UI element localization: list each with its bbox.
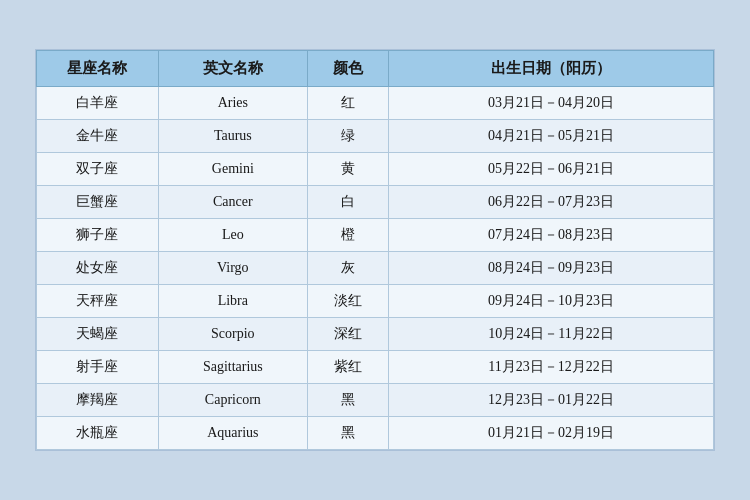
table-row: 射手座Sagittarius紫红11月23日－12月22日 <box>37 351 714 384</box>
cell-color: 绿 <box>307 120 388 153</box>
cell-color: 白 <box>307 186 388 219</box>
cell-color: 黑 <box>307 384 388 417</box>
cell-date: 07月24日－08月23日 <box>389 219 714 252</box>
cell-en: Taurus <box>158 120 307 153</box>
cell-en: Aquarius <box>158 417 307 450</box>
table-row: 摩羯座Capricorn黑12月23日－01月22日 <box>37 384 714 417</box>
table-row: 水瓶座Aquarius黑01月21日－02月19日 <box>37 417 714 450</box>
cell-date: 01月21日－02月19日 <box>389 417 714 450</box>
zodiac-table-container: 星座名称 英文名称 颜色 出生日期（阳历） 白羊座Aries红03月21日－04… <box>35 49 715 451</box>
cell-date: 03月21日－04月20日 <box>389 87 714 120</box>
cell-color: 红 <box>307 87 388 120</box>
cell-cn: 处女座 <box>37 252 159 285</box>
cell-date: 08月24日－09月23日 <box>389 252 714 285</box>
table-row: 金牛座Taurus绿04月21日－05月21日 <box>37 120 714 153</box>
cell-date: 06月22日－07月23日 <box>389 186 714 219</box>
cell-cn: 天蝎座 <box>37 318 159 351</box>
table-body: 白羊座Aries红03月21日－04月20日金牛座Taurus绿04月21日－0… <box>37 87 714 450</box>
cell-color: 黑 <box>307 417 388 450</box>
cell-en: Leo <box>158 219 307 252</box>
table-row: 狮子座Leo橙07月24日－08月23日 <box>37 219 714 252</box>
cell-cn: 水瓶座 <box>37 417 159 450</box>
header-en: 英文名称 <box>158 51 307 87</box>
cell-en: Sagittarius <box>158 351 307 384</box>
cell-cn: 天秤座 <box>37 285 159 318</box>
cell-cn: 狮子座 <box>37 219 159 252</box>
cell-date: 05月22日－06月21日 <box>389 153 714 186</box>
cell-cn: 摩羯座 <box>37 384 159 417</box>
table-header-row: 星座名称 英文名称 颜色 出生日期（阳历） <box>37 51 714 87</box>
cell-en: Capricorn <box>158 384 307 417</box>
cell-en: Aries <box>158 87 307 120</box>
cell-color: 橙 <box>307 219 388 252</box>
table-row: 天秤座Libra淡红09月24日－10月23日 <box>37 285 714 318</box>
cell-date: 12月23日－01月22日 <box>389 384 714 417</box>
cell-color: 深红 <box>307 318 388 351</box>
cell-cn: 射手座 <box>37 351 159 384</box>
cell-en: Scorpio <box>158 318 307 351</box>
cell-cn: 巨蟹座 <box>37 186 159 219</box>
table-row: 双子座Gemini黄05月22日－06月21日 <box>37 153 714 186</box>
table-row: 处女座Virgo灰08月24日－09月23日 <box>37 252 714 285</box>
cell-cn: 金牛座 <box>37 120 159 153</box>
table-row: 白羊座Aries红03月21日－04月20日 <box>37 87 714 120</box>
cell-color: 紫红 <box>307 351 388 384</box>
cell-en: Cancer <box>158 186 307 219</box>
cell-color: 淡红 <box>307 285 388 318</box>
header-cn: 星座名称 <box>37 51 159 87</box>
cell-date: 11月23日－12月22日 <box>389 351 714 384</box>
cell-cn: 白羊座 <box>37 87 159 120</box>
header-color: 颜色 <box>307 51 388 87</box>
cell-en: Libra <box>158 285 307 318</box>
cell-en: Virgo <box>158 252 307 285</box>
cell-color: 黄 <box>307 153 388 186</box>
table-row: 巨蟹座Cancer白06月22日－07月23日 <box>37 186 714 219</box>
cell-date: 09月24日－10月23日 <box>389 285 714 318</box>
header-date: 出生日期（阳历） <box>389 51 714 87</box>
cell-date: 04月21日－05月21日 <box>389 120 714 153</box>
cell-en: Gemini <box>158 153 307 186</box>
cell-cn: 双子座 <box>37 153 159 186</box>
cell-color: 灰 <box>307 252 388 285</box>
cell-date: 10月24日－11月22日 <box>389 318 714 351</box>
table-row: 天蝎座Scorpio深红10月24日－11月22日 <box>37 318 714 351</box>
zodiac-table: 星座名称 英文名称 颜色 出生日期（阳历） 白羊座Aries红03月21日－04… <box>36 50 714 450</box>
